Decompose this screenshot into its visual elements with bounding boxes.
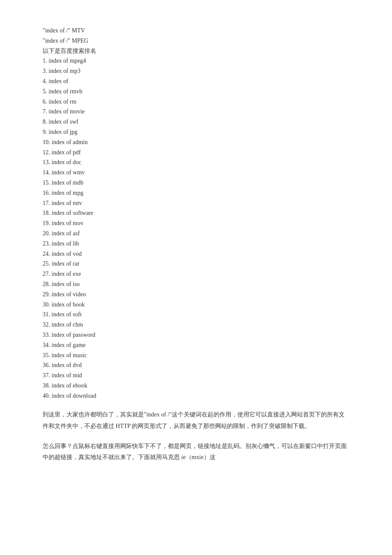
list-item: 35. index of music bbox=[43, 350, 349, 361]
main-content: "index of /" MTV"index of /" MPEG以下是百度搜索… bbox=[43, 26, 349, 463]
list-item: 16. index of mpg bbox=[43, 188, 349, 198]
paragraphs-section: 到这里，大家也许都明白了，其实就是"index of /"这个关键词在起的作用，… bbox=[43, 409, 349, 463]
list-item: 19. index of mov bbox=[43, 218, 349, 228]
paragraph: 到这里，大家也许都明白了，其实就是"index of /"这个关键词在起的作用，… bbox=[43, 409, 349, 432]
list-item: 6. index of rm bbox=[43, 97, 349, 107]
paragraph-text: 怎么回事？点鼠标右键直接用网际快车下不了，都是网页，链接地址是乱码。别灰心懒气，… bbox=[43, 441, 349, 463]
list-item: 13. index of doc bbox=[43, 157, 349, 168]
list-item: 23. index of lib bbox=[43, 239, 349, 249]
list-item: 3. index of mp3 bbox=[43, 66, 349, 76]
list-item: 15. index of mdb bbox=[43, 178, 349, 188]
list-item: 32. index of chm bbox=[43, 320, 349, 330]
list-item: 24. index of vod bbox=[43, 249, 349, 259]
paragraph-text: 到这里，大家也许都明白了，其实就是"index of /"这个关键词在起的作用，… bbox=[43, 409, 349, 432]
list-item: "index of /" MPEG bbox=[43, 36, 349, 46]
list-item: 37. index of mid bbox=[43, 370, 349, 381]
list-item: 12. index of pdf bbox=[43, 147, 349, 158]
list-item: 31. index of soft bbox=[43, 309, 349, 320]
list-item: 36. index of dvd bbox=[43, 360, 349, 370]
list-item: 25. index of rar bbox=[43, 259, 349, 269]
list-item: 34. index of game bbox=[43, 340, 349, 350]
list-item: 40. index of download bbox=[43, 391, 349, 401]
list-item: 9. index of jpg bbox=[43, 127, 349, 137]
list-item: 8. index of swf bbox=[43, 117, 349, 127]
list-item: 27. index of exe bbox=[43, 269, 349, 279]
list-item: 14. index of wmv bbox=[43, 168, 349, 178]
list-item: 20. index of asf bbox=[43, 228, 349, 239]
list-item: "index of /" MTV bbox=[43, 26, 349, 36]
list-item: 33. index of password bbox=[43, 330, 349, 340]
list-item: 1. index of mpeg4 bbox=[43, 56, 349, 66]
list-item: 10. index of admin bbox=[43, 137, 349, 147]
list-item: 以下是百度搜索排名 bbox=[43, 46, 349, 56]
list-item: 29. index of video bbox=[43, 289, 349, 300]
paragraph: 怎么回事？点鼠标右键直接用网际快车下不了，都是网页，链接地址是乱码。别灰心懒气，… bbox=[43, 441, 349, 463]
list-item: 18. index of software bbox=[43, 208, 349, 218]
list-item: 38. index of ebook bbox=[43, 381, 349, 391]
list-item: 4. index of bbox=[43, 76, 349, 87]
list-item: 28. index of iso bbox=[43, 279, 349, 289]
list-item: 5. index of rmvb bbox=[43, 87, 349, 97]
list-item: 17. index of mtv bbox=[43, 198, 349, 208]
list-item: 30. index of book bbox=[43, 300, 349, 310]
list-section: "index of /" MTV"index of /" MPEG以下是百度搜索… bbox=[43, 26, 349, 401]
list-item: 7. index of movie bbox=[43, 107, 349, 117]
